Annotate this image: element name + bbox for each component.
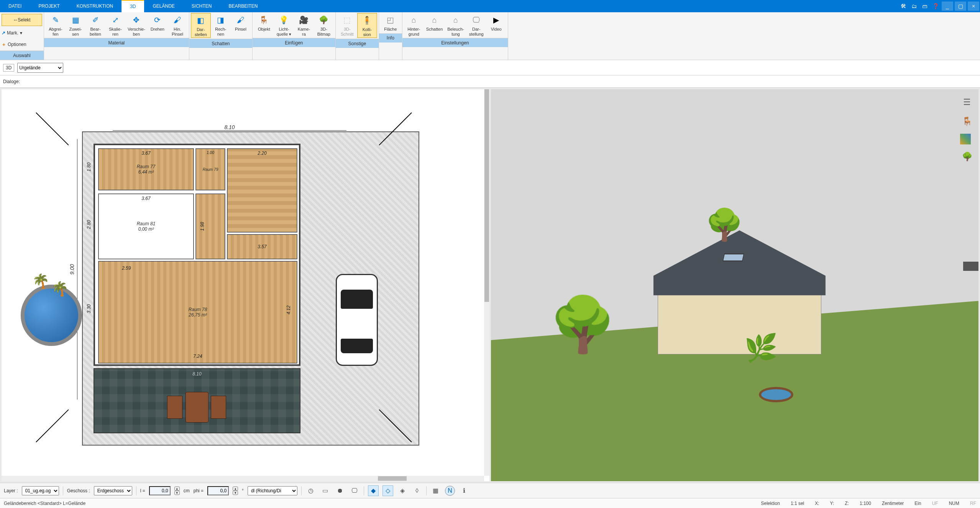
area-icon: ◰ <box>384 14 397 26</box>
dialog-label: Dialoge: <box>3 79 20 84</box>
btn-flaeche[interactable]: ◰Fläche <box>381 13 401 33</box>
l-up[interactable]: ▲ <box>174 487 180 491</box>
phi-up[interactable]: ▲ <box>233 487 238 491</box>
btn-video[interactable]: ▶Video <box>486 13 506 37</box>
btn-rechnen[interactable]: ◨Rech- nen <box>211 13 231 38</box>
btn-3dbitmap[interactable]: 🌳3D- Bitmap <box>314 13 334 37</box>
sub-bar: 3D Urgelände <box>0 60 980 75</box>
shadow-icon: ⌂ <box>428 14 441 26</box>
menu-projekt[interactable]: PROJEKT <box>30 0 68 12</box>
room-77[interactable]: 3.67 Raum 77 6,44 m² <box>98 148 194 190</box>
north-icon[interactable]: N <box>445 486 455 496</box>
menu-datei[interactable]: DATEI <box>0 0 30 12</box>
furniture-icon[interactable]: 🪑 <box>960 115 974 128</box>
btn-bearbeiten[interactable]: ✐Bear- beiten <box>85 13 105 37</box>
status-num: NUM <box>949 501 959 506</box>
brush2-icon: 🖌 <box>235 14 247 26</box>
btn-darstellen[interactable]: ◧Dar- stellen <box>191 13 211 38</box>
geschoss-select[interactable]: Erdgeschoss <box>94 486 132 495</box>
record-icon[interactable]: ⏺ <box>335 485 345 496</box>
btn-kollision[interactable]: 🧍Kolli- sion <box>357 13 377 38</box>
view-badge: 3D <box>3 64 14 72</box>
menu-sichten[interactable]: SICHTEN <box>183 0 220 12</box>
btn-schatten2[interactable]: ⌂Schatten <box>424 13 445 37</box>
phi-input[interactable] <box>207 486 229 495</box>
btn-objekt[interactable]: 🪑Objekt <box>254 13 274 37</box>
selekt-button[interactable]: ↔ Selekt <box>2 14 42 26</box>
grid-icon[interactable]: ▦ <box>430 485 441 496</box>
snap1-icon[interactable]: ◆ <box>368 485 379 496</box>
room-78[interactable]: 2.59 Raum 78 26,75 m² 7.24 4.12 <box>98 261 297 364</box>
menu-3d[interactable]: 3D <box>121 0 144 12</box>
btn-hinpinsel[interactable]: 🖌Hin. Pinsel <box>167 13 187 37</box>
clock-icon[interactable]: ◷ <box>305 485 316 496</box>
btn-verschieben[interactable]: ✥Verschie- ben <box>125 13 148 37</box>
tree-side-icon[interactable]: 🌳 <box>960 150 974 164</box>
window-icon[interactable]: ▭ <box>320 485 331 496</box>
room-79[interactable]: 1.00 Raum 79 <box>195 148 225 190</box>
screen-icon[interactable]: 🖵 <box>349 485 360 496</box>
optionen-label: Optionen <box>8 42 26 47</box>
btn-lichtquelle[interactable]: 💡Licht- quelle ▾ <box>274 13 294 37</box>
dim-r81h: 2.80 <box>86 220 92 229</box>
hallway[interactable]: 1.98 <box>195 193 225 259</box>
snap4-icon[interactable]: ◊ <box>412 485 422 496</box>
close-button[interactable]: × <box>968 2 979 11</box>
plot-boundary: 3.67 Raum 77 6,44 m² 1.00 Raum 79 2.20 <box>82 131 419 446</box>
btn-hintergrund[interactable]: ⌂Hinter- grund <box>404 13 424 37</box>
menu-bearbeiten[interactable]: BEARBEITEN <box>220 0 266 12</box>
assign-icon: ▦ <box>69 14 82 26</box>
bulb-icon: 💡 <box>278 14 290 26</box>
plan-view[interactable]: 8.10 9.00 🌴 🌴 3.67 Raum 77 6,44 m² <box>2 89 489 481</box>
btn-abgreifen[interactable]: ✎Abgrei- fen <box>46 13 66 37</box>
help-icon[interactable]: ❓ <box>931 2 940 11</box>
menu-konstruktion[interactable]: KONSTRUKTION <box>68 0 121 12</box>
btn-zuweisen[interactable]: ▦Zuwei- sen <box>66 13 85 37</box>
btn-drehen[interactable]: ⟳Drehen <box>148 13 167 37</box>
bench-icon <box>211 396 226 419</box>
phi-unit: ° <box>242 488 244 493</box>
palette-icon[interactable] <box>960 134 971 144</box>
status-y: Y: <box>830 501 834 506</box>
dim-r77h: 1.80 <box>86 162 92 171</box>
btn-kamera[interactable]: 🎥Kame- ra <box>294 13 314 37</box>
minimize-button[interactable]: _ <box>942 2 953 11</box>
layer-label: Layer : <box>4 488 18 493</box>
snap2-icon[interactable]: ◇ <box>382 485 393 496</box>
room-81[interactable]: 3.67 Raum 81 0,00 m² <box>98 193 194 259</box>
box1-icon[interactable]: 🗂 <box>909 2 919 11</box>
car-plan <box>336 274 378 366</box>
play-icon: ▶ <box>490 14 502 26</box>
tools-icon[interactable]: 🛠 <box>899 2 908 11</box>
info-icon[interactable]: ℹ <box>459 485 469 496</box>
layer-select[interactable]: 01_ug.eg.og <box>22 486 59 495</box>
direction-select[interactable]: dl (Richtung/Di <box>248 486 297 495</box>
mark-dropdown[interactable]: ↗Mark.▾ <box>2 28 42 38</box>
status-left: Geländebereich <Standard> L=Gelände <box>4 501 85 506</box>
optionen-button[interactable]: ＋Optionen <box>2 39 42 50</box>
corridor[interactable]: 3.57 <box>227 234 297 259</box>
btn-pinsel[interactable]: 🖌Pinsel <box>231 13 251 38</box>
btn-beleuchtung[interactable]: ⌂Beleuch- tung <box>445 13 466 37</box>
scrollbar-h[interactable] <box>2 476 484 481</box>
edit-icon: ✐ <box>89 14 102 26</box>
staircase[interactable]: 2.20 <box>227 148 297 233</box>
side-handle[interactable] <box>963 262 978 271</box>
move-icon: ✥ <box>130 14 143 26</box>
ribbon: ↔ Selekt ↗Mark.▾ ＋Optionen Auswahl ✎Abgr… <box>0 12 980 60</box>
menu-gelaende[interactable]: GELÄNDE <box>144 0 183 12</box>
box2-icon[interactable]: 🗃 <box>920 2 929 11</box>
btn-darstellung[interactable]: 🖵Dar- stellung <box>466 13 486 37</box>
3d-view[interactable]: 🌳 🌳 🌿 ☰ 🪑 🌳 <box>491 89 979 481</box>
bottom-toolbar: Layer : 01_ug.eg.og Geschoss : Erdgescho… <box>0 483 980 498</box>
phi-down[interactable]: ▼ <box>233 491 238 495</box>
status-bar: Geländebereich <Standard> L=Gelände Sele… <box>0 498 980 508</box>
btn-skalieren[interactable]: ⤢Skalie- ren <box>105 13 125 37</box>
snap3-icon[interactable]: ◈ <box>397 485 408 496</box>
layers-icon[interactable]: ☰ <box>960 95 974 109</box>
terrain-select[interactable]: Urgelände <box>17 63 63 73</box>
l-input[interactable] <box>149 486 171 495</box>
l-down[interactable]: ▼ <box>174 491 180 495</box>
maximize-button[interactable]: ▢ <box>955 2 966 11</box>
scrollbar-v[interactable] <box>484 89 489 476</box>
